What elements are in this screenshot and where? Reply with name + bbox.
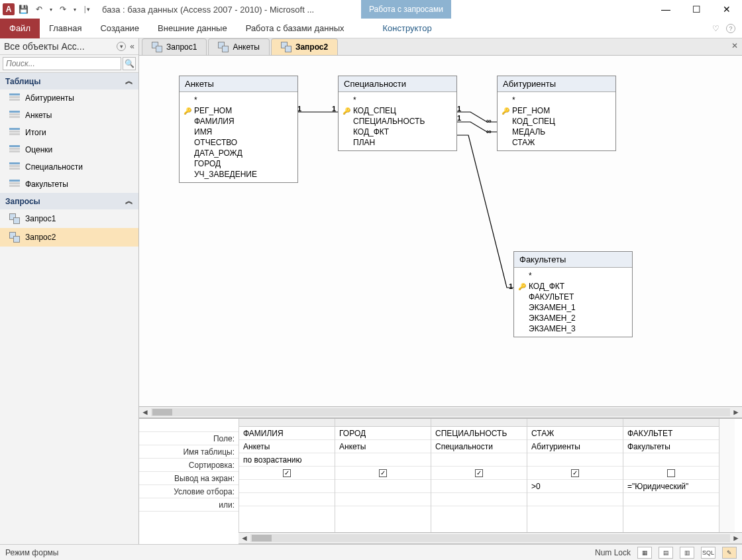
table-field[interactable]: *: [184, 95, 293, 105]
column-selector[interactable]: [335, 419, 431, 427]
sort-cell[interactable]: по возрастанию: [239, 453, 335, 467]
nav-item[interactable]: Анкеты: [0, 107, 138, 124]
or-cell[interactable]: [239, 493, 335, 506]
table-cell[interactable]: Анкеты: [335, 440, 431, 453]
search-icon[interactable]: 🔍: [123, 57, 136, 70]
criteria-cell[interactable]: ="Юридический": [623, 480, 719, 493]
or-cell[interactable]: [623, 493, 719, 506]
sort-cell[interactable]: [431, 453, 527, 467]
ribbon-collapse-icon[interactable]: ?: [726, 24, 735, 33]
maximize-button[interactable]: ☐: [681, 0, 712, 19]
show-checkbox[interactable]: [571, 469, 579, 477]
undo-dd-icon[interactable]: ▾: [48, 2, 54, 17]
show-cell[interactable]: [239, 467, 335, 480]
table-field[interactable]: СПЕЦИАЛЬНОСТЬ: [343, 116, 452, 127]
nav-group-header[interactable]: Таблицы︽: [0, 73, 138, 89]
canvas-hscrollbar[interactable]: ◄ ►: [139, 406, 742, 418]
nav-item[interactable]: Итоги: [0, 124, 138, 141]
table-field[interactable]: МЕДАЛЬ: [502, 127, 611, 137]
show-checkbox[interactable]: [475, 469, 483, 477]
table-box[interactable]: Анкеты*🔑РЕГ_НОМФАМИЛИЯИМЯОТЧЕСТВОДАТА_РО…: [179, 76, 298, 183]
table-box-header[interactable]: Специальности: [339, 76, 456, 92]
grid-hscrollbar[interactable]: ◄ ►: [238, 532, 742, 544]
nav-title[interactable]: Все объекты Acc...: [4, 41, 117, 52]
query-designer-canvas[interactable]: Анкеты*🔑РЕГ_НОМФАМИЛИЯИМЯОТЧЕСТВОДАТА_РО…: [139, 56, 742, 406]
show-cell[interactable]: [431, 467, 527, 480]
ribbon-tab[interactable]: Главная: [40, 19, 91, 38]
table-field[interactable]: ДАТА_РОЖД: [184, 148, 293, 158]
criteria-cell[interactable]: [335, 480, 431, 493]
table-field[interactable]: КОД_СПЕЦ: [502, 116, 611, 127]
field-cell[interactable]: ГОРОД: [335, 427, 431, 440]
sort-cell[interactable]: [527, 453, 623, 467]
document-close-icon[interactable]: ✕: [731, 41, 738, 50]
grid-column[interactable]: СТАЖАбитуриенты>0: [527, 419, 623, 532]
table-field[interactable]: ГОРОД: [184, 158, 293, 169]
show-checkbox[interactable]: [379, 469, 387, 477]
qat-customize-icon[interactable]: │▾: [80, 2, 94, 17]
table-field[interactable]: ИМЯ: [184, 127, 293, 137]
minimize-button[interactable]: —: [651, 0, 681, 19]
table-field[interactable]: КОД_ФКТ: [343, 127, 452, 137]
sort-cell[interactable]: [335, 453, 431, 467]
or-cell[interactable]: [431, 493, 527, 506]
view-sql-button[interactable]: SQL: [701, 547, 716, 559]
column-selector[interactable]: [527, 419, 623, 427]
field-cell[interactable]: ФАМИЛИЯ: [239, 427, 335, 440]
redo-icon[interactable]: ↷: [56, 2, 70, 17]
table-field[interactable]: ФАМИЛИЯ: [184, 116, 293, 127]
table-field[interactable]: ПЛАН: [343, 137, 452, 148]
nav-group-header[interactable]: Запросы︽: [0, 193, 138, 209]
save-icon[interactable]: 💾: [16, 2, 30, 17]
table-cell[interactable]: Анкеты: [239, 440, 335, 453]
grid-column[interactable]: СПЕЦИАЛЬНОСТЬСпециальности: [431, 419, 527, 532]
nav-item[interactable]: Абитуриенты: [0, 89, 138, 107]
view-design-icon[interactable]: ✎: [722, 547, 737, 559]
nav-filter-icon[interactable]: ▾: [117, 42, 126, 51]
show-checkbox[interactable]: [283, 469, 291, 477]
table-field[interactable]: УЧ_ЗАВЕДЕНИЕ: [184, 169, 293, 180]
ribbon-help-icon[interactable]: ♡: [712, 24, 719, 33]
view-report-icon[interactable]: ▥: [680, 547, 694, 559]
nav-item[interactable]: Запрос2: [0, 228, 138, 247]
table-box-header[interactable]: Анкеты: [180, 76, 297, 92]
table-box-header[interactable]: Абитуриенты: [498, 76, 615, 92]
view-form-icon[interactable]: ▤: [659, 547, 673, 559]
search-input[interactable]: [3, 57, 121, 70]
criteria-cell[interactable]: [239, 480, 335, 493]
table-field[interactable]: 🔑РЕГ_НОМ: [502, 105, 611, 116]
scroll-left-icon[interactable]: ◄: [139, 408, 151, 417]
field-cell[interactable]: ФАКУЛЬТЕТ: [623, 427, 719, 440]
grid-column[interactable]: ФАКУЛЬТЕТФакультеты="Юридический": [623, 419, 719, 532]
table-field[interactable]: СТАЖ: [502, 137, 611, 148]
redo-dd-icon[interactable]: ▾: [72, 2, 78, 17]
table-box[interactable]: Факультеты*🔑КОД_ФКТФАКУЛЬТЕТЭКЗАМЕН_1ЭКЗ…: [513, 251, 633, 337]
table-field[interactable]: 🔑КОД_ФКТ: [518, 281, 628, 292]
grid-column[interactable]: ГОРОДАнкеты: [335, 419, 431, 532]
table-cell[interactable]: Абитуриенты: [527, 440, 623, 453]
scroll-left-icon[interactable]: ◄: [238, 533, 250, 543]
criteria-cell[interactable]: [431, 480, 527, 493]
undo-icon[interactable]: ↶: [32, 2, 46, 17]
document-tab[interactable]: Запрос1: [142, 38, 207, 55]
field-cell[interactable]: СПЕЦИАЛЬНОСТЬ: [431, 427, 527, 440]
table-field[interactable]: ОТЧЕСТВО: [184, 137, 293, 148]
nav-item[interactable]: Оценки: [0, 141, 138, 158]
table-field[interactable]: *: [518, 270, 628, 281]
criteria-cell[interactable]: >0: [527, 480, 623, 493]
table-field[interactable]: ЭКЗАМЕН_2: [518, 313, 628, 323]
table-field[interactable]: 🔑КОД_СПЕЦ: [343, 105, 452, 116]
document-tab[interactable]: Запрос2: [271, 38, 338, 55]
table-cell[interactable]: Специальности: [431, 440, 527, 453]
or-cell[interactable]: [335, 493, 431, 506]
nav-item[interactable]: Специальности: [0, 158, 138, 176]
show-cell[interactable]: [623, 467, 719, 480]
file-tab[interactable]: Файл: [0, 19, 40, 38]
table-cell[interactable]: Факультеты: [623, 440, 719, 453]
show-cell[interactable]: [527, 467, 623, 480]
table-field[interactable]: ЭКЗАМЕН_1: [518, 302, 628, 313]
grid-column[interactable]: ФАМИЛИЯАнкетыпо возрастанию: [238, 419, 335, 532]
context-tab[interactable]: Конструктор: [374, 19, 441, 38]
column-selector[interactable]: [239, 419, 335, 427]
table-field[interactable]: 🔑РЕГ_НОМ: [184, 105, 293, 116]
